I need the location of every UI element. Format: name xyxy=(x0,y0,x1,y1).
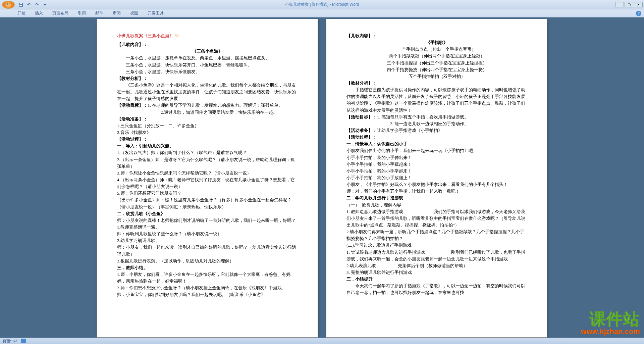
body-text: 1.三只金鱼缸（分别放一、二、许多金鱼） xyxy=(117,122,298,129)
quick-access-toolbar: ↶ ↷ ▾ xyxy=(18,2,48,7)
section-header: 【教材分析】： xyxy=(346,80,527,87)
minimize-button[interactable]: — xyxy=(615,2,624,7)
body-text: 5.师：你们还想帮它们找朋友吗？ xyxy=(117,190,298,197)
body-text: （出示许多小金鱼）师：瞧！这里有几条小金鱼呀？（许多）许多小金鱼在一起会怎样呢？… xyxy=(117,197,298,210)
section-header: 【活动过程】： xyxy=(346,134,527,141)
subsection-header: 一．导入：引起幼儿的兴趣。 xyxy=(117,143,298,149)
body-text: 3. 完整的朗诵儿歌并进行手指游戏 xyxy=(346,269,527,276)
body-text: 2.请小朋友们再来听一遍，听听几个手指点点点？几个手指敲敲敲？几个手指捏捏捏？几… xyxy=(346,229,527,242)
body-text: 小手小手拍拍，我的小手放腿上！ xyxy=(346,175,527,181)
section-header: 【活动过程】： xyxy=(117,136,298,143)
body-text: 《三条小鱼游》这是一个相对拟人化，生活化的儿歌。我们每个人都会结交朋友，与朋友在… xyxy=(117,82,298,102)
body-text: 1. 感知每只手有五个手指，喜欢用手指做游戏。 xyxy=(377,114,469,119)
document-title: 小班儿歌教案《三条小鱼游》 xyxy=(117,33,298,39)
section-header: 【儿歌内容】： xyxy=(346,33,527,39)
section-header: 【儿歌内容】： xyxy=(117,41,298,48)
window-controls: — ▢ ✕ xyxy=(615,2,643,7)
body-text: 让幼儿学会手指游戏《小手拍拍》 xyxy=(377,128,442,133)
body-text: 3.师：你想让小金鱼快乐起来吗？怎样帮助它呢？（请小朋友说一说） xyxy=(117,170,298,177)
body-text: (二).学习边念儿歌边进行手指游戏 xyxy=(346,242,527,249)
subsection-header: 一．情景导入：认识自己的小手 xyxy=(346,141,527,147)
body-text: 师：对，我们的小手有五个手指，让我们一起来数一数吧！ xyxy=(346,188,527,195)
redo-icon[interactable]: ↷ xyxy=(34,2,40,7)
tab-review[interactable]: 审阅 xyxy=(109,9,125,17)
body-text: 手指谣它是能为孩子提供可操作的内容，可以锻炼孩子双手的精细动作，同时也增强了动作… xyxy=(346,87,527,114)
undo-icon[interactable]: ↶ xyxy=(26,2,32,7)
language-icon[interactable] xyxy=(21,339,26,343)
save-icon[interactable] xyxy=(18,2,23,7)
page-1: 小班儿歌教案《三条小鱼游》 【儿歌内容】： 《三条小鱼游》 一条小鱼，水里游。孤… xyxy=(97,19,318,338)
tab-developer[interactable]: 开发工具 xyxy=(144,9,168,17)
page-indicator[interactable]: 页面: 1/3 xyxy=(3,339,17,344)
song-title: 《三条小鱼游》 xyxy=(117,48,298,55)
ribbon-tabs: 开始 插入 页面布局 引用 邮件 审阅 视图 开发工具 ? xyxy=(0,9,644,17)
tab-mailings[interactable]: 邮件 xyxy=(91,9,107,17)
body-text: 小手小手拍拍，我的小手举起来！ xyxy=(346,168,527,175)
body-text: 2.幼儿学习朗诵儿歌。 xyxy=(117,237,298,244)
body-text: 一个手指点点点（伸出一个手指点宝宝） xyxy=(346,46,527,53)
body-text: 2.通过儿歌，知道同伴之间要团结友爱，快快乐乐的在一起。 xyxy=(117,109,298,116)
body-text: 师：小鱼宝宝，你们找到好朋友了吗？我们一起去玩吧。（听音乐《小鱼游》 xyxy=(117,291,298,298)
titlebar: ↶ ↷ ▾ 小班儿歌教案 [兼容模式] - Microsoft Word — ▢… xyxy=(0,0,644,9)
body-text: 两个手指敲敲敲（伸出两个手指在宝宝身上轻敲） xyxy=(346,53,527,59)
body-text: 小手小手拍拍，我的小手伸出来！ xyxy=(346,154,527,161)
body-text: 三条小鱼，水里游。快快乐乐做朋友。 xyxy=(117,68,298,75)
body-text: 小朋友，《小手拍拍》好玩么？小朋友把小手拿出来，看看我们的小手有几个指头！ xyxy=(346,181,527,188)
body-text: 三个手指捏捏捏（伸出三个手指在宝宝身上轻捏捏） xyxy=(346,60,527,66)
body-text: 今天我们一起学习了新的手指游戏《手指歌》，可以一边念一边拍，有空的时候我们可以自… xyxy=(346,283,527,296)
office-button[interactable] xyxy=(2,1,15,9)
tab-references[interactable]: 引用 xyxy=(74,9,90,17)
body-text: 4.（出示两条小金鱼）师：瞧！老师帮它找到了好朋友，现在有几条小金鱼了呀？想想看… xyxy=(117,177,298,190)
body-text: 师：小朋友说的真棒！老师把你们刚才说的编了一首好听的儿歌，我们一起来听一听，好吗… xyxy=(117,217,298,224)
svg-rect-3 xyxy=(7,4,8,5)
body-text: 四个手指挠挠挠（伸出四个手指在宝宝身上挠一挠） xyxy=(346,66,527,73)
body-text: （一）. 欣赏儿歌，理解内容 xyxy=(346,202,527,208)
section-header: 【活动目标】： xyxy=(117,103,148,108)
svg-rect-2 xyxy=(9,3,10,4)
document-area[interactable]: 小班儿歌教案《三条小鱼游》 【儿歌内容】： 《三条小鱼游》 一条小鱼，水里游。孤… xyxy=(0,17,644,338)
body-text: 1.教师完整朗诵一遍。 xyxy=(117,224,298,231)
body-text: 三条小鱼，水里游。快快乐乐笑开口。小鱼尾巴摇，青蛙呱呱叫。 xyxy=(117,62,298,68)
subsection-header: 三．小结提升 xyxy=(346,276,527,283)
body-text: 1.（发出叹气声）师：你们听到了什么？（叹气声）是谁在叹气呢？ xyxy=(117,149,298,156)
maximize-button[interactable]: ▢ xyxy=(625,2,633,7)
section-header: 【活动准备】： xyxy=(117,116,298,122)
tab-view[interactable]: 视图 xyxy=(126,9,142,17)
svg-rect-1 xyxy=(7,3,8,4)
statusbar: 页面: 1/3 xyxy=(0,338,644,344)
section-header: 【活动准备】： xyxy=(346,128,377,133)
body-text: 小手小手拍拍，我的小手藏起来！ xyxy=(346,161,527,168)
page-2: 【儿歌内容】： 《手指歌》 一个手指点点点（伸出一个手指点宝宝） 两个手指敲敲敲… xyxy=(326,19,547,338)
body-text: 一条小鱼，水里游。孤孤单单在发愁。两条鱼，水里游。摆摆尾巴点点头。 xyxy=(117,55,298,61)
subsection-header: 三．教师小结。 xyxy=(117,264,298,271)
subsection-header: 二．欣赏儿歌《小金鱼》 xyxy=(117,210,298,217)
svg-point-0 xyxy=(6,2,11,7)
body-text: 2.音乐《找朋友》 xyxy=(117,129,298,136)
section-header: 【活动目标】： xyxy=(346,114,377,119)
body-text: 2. 能一边念儿歌一边做相应的手指动作。 xyxy=(346,120,527,127)
body-text: 3.根据儿歌进行表演。（加以动作，巩固幼儿对儿歌的理解） xyxy=(117,258,298,264)
body-text: 2.（出示一条金鱼）师：是谁呀？它为什么叹气呢？（请小朋友说一说，帮助幼儿理解词… xyxy=(117,156,298,170)
window-title: 小班儿歌教案 [兼容模式] - Microsoft Word xyxy=(285,2,359,7)
qat-dropdown-icon[interactable]: ▾ xyxy=(42,2,48,7)
subsection-header: 二．学习儿歌并进行手指游戏 xyxy=(346,195,527,201)
body-text: 1. 在老师的引导下学习儿歌，发挥幼儿的想象力。理解词：孤孤单单。 xyxy=(148,103,283,108)
svg-rect-4 xyxy=(9,4,10,5)
body-text: 2.幼儿表演儿歌 先集体后个别（教师做适当的帮助） xyxy=(346,262,527,269)
body-text: 1.师：小朋友，你们看，许多小金鱼在一起多快乐呀，它们就像一个大家庭，有爸爸、有… xyxy=(117,271,298,285)
body-text: 师：你听到儿歌里说了些什么呀？（请小朋友说一说） xyxy=(117,231,298,237)
body-text: 小朋友我们伸出你们的小手，我们来一起来玩一玩《小手拍拍》吧。 xyxy=(346,147,527,154)
body-text: 1. 尝试跟着老师边念儿歌边进行手指游戏 刚刚我们已经听过了儿歌，也看了手指游戏… xyxy=(346,249,527,262)
svg-rect-7 xyxy=(20,3,22,4)
close-button[interactable]: ✕ xyxy=(634,2,643,7)
body-text: 师：小朋友，我们一起也来读一读刚才自己编的好听的儿歌，好吗？（幼儿边看实物边进行… xyxy=(117,244,298,257)
song-title: 《手指歌》 xyxy=(346,39,527,46)
tab-insert[interactable]: 插入 xyxy=(31,9,47,17)
body-text: 五个手指拍拍拍（双手对拍） xyxy=(346,73,527,80)
help-icon[interactable]: ? xyxy=(636,11,641,16)
body-text: 2.师：你们想不想扮演小金鱼呀？（请小朋友挂上金鱼胸饰，在音乐《找朋友》中游戏。 xyxy=(117,285,298,291)
tab-home[interactable]: 开始 xyxy=(13,9,30,17)
tab-page-layout[interactable]: 页面布局 xyxy=(48,9,72,17)
body-text: 1. 教师边念儿歌边做手指游戏 我们的手指可以跟我们做游戏，今天老师又给我们小朋… xyxy=(346,208,527,229)
section-header: 【教材分析】： xyxy=(117,75,298,82)
